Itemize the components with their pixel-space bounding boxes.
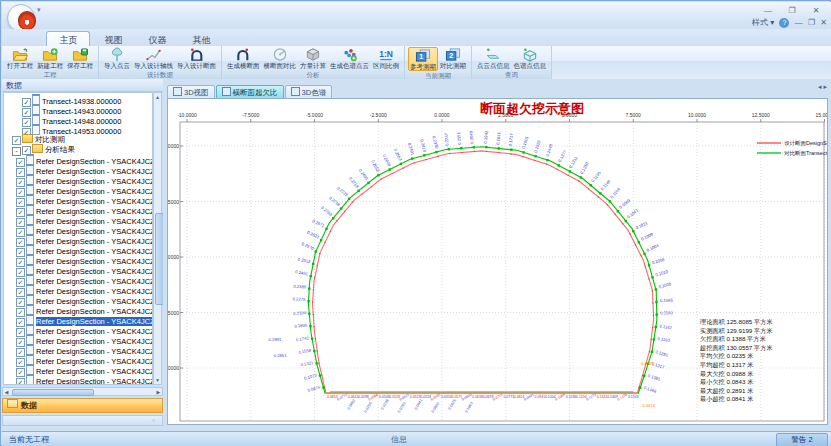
- ribbon-group-body: 1参考测期2对比测期: [405, 46, 471, 71]
- spectrum-info-icon: [521, 47, 539, 62]
- measured-point-marker: [648, 264, 650, 266]
- button-导入点云[interactable]: 导入点云: [102, 47, 132, 69]
- tree-item-refer-21[interactable]: ✓Refer DesignSection - YSACK4JCZDI: [16, 364, 153, 374]
- tree-item-transect-1[interactable]: ✓Transect-14943.000000: [22, 104, 121, 114]
- button-label: 导入设计轴线: [134, 62, 173, 69]
- tree-vertical-scrollbar[interactable]: ▲ ▼: [153, 92, 162, 385]
- tree-item-refer-22[interactable]: ✓Refer DesignSection - YSACK4JCZDI: [16, 374, 153, 384]
- stat-line: 超挖面积 130.0557 平方米: [700, 344, 773, 352]
- tree-item-refer-3[interactable]: ✓Refer DesignSection - YSACK4JCZDI: [16, 184, 153, 194]
- button-导入设计断面[interactable]: 导入设计断面: [175, 47, 218, 69]
- deviation-label: 0.1065: [660, 298, 674, 303]
- measured-point-marker: [473, 146, 475, 148]
- minimize-button[interactable]: —: [757, 4, 779, 17]
- tree-item-refer-1[interactable]: ✓Refer DesignSection - YSACK4JCZDI: [16, 164, 153, 174]
- tree-item-refer-8[interactable]: ✓Refer DesignSection - YSACK4JCZDI: [16, 234, 153, 244]
- y-tick-label: 5.0000: [168, 254, 179, 260]
- svg-text:1:N: 1:N: [379, 49, 393, 59]
- tree-item-compare-folder[interactable]: ✓对比测期: [12, 134, 65, 144]
- tree-item-refer-6[interactable]: ✓Refer DesignSection - YSACK4JCZDI: [16, 214, 153, 224]
- button-色谱点信息[interactable]: 色谱点信息: [512, 47, 549, 69]
- button-label: 打开工程: [7, 62, 33, 69]
- mini-close-button[interactable]: ✕: [820, 18, 827, 27]
- tree-item-transect-3[interactable]: ✓Transect-14953.000000: [22, 124, 121, 134]
- tree-item-refer-13[interactable]: ✓Refer DesignSection - YSACK4JCZDI: [16, 284, 153, 294]
- status-info-text[interactable]: 信息: [391, 434, 407, 445]
- stat-line: 平均欠挖 0.0235 米: [699, 352, 754, 360]
- sidebar-data-tab[interactable]: 数据: [2, 398, 163, 413]
- tab-window-icon: [173, 87, 182, 96]
- tree-item-refer-16[interactable]: ✓Refer DesignSection - YSACK4JCZDI: [16, 314, 153, 324]
- tree-item-refer-9[interactable]: ✓Refer DesignSection - YSACK4JCZDI: [16, 244, 153, 254]
- button-打开工程[interactable]: 打开工程: [5, 47, 35, 69]
- floor-deviation-label: 0.0638: [472, 395, 483, 399]
- button-点云点信息[interactable]: 点云点信息: [475, 47, 512, 69]
- measured-point-marker: [580, 176, 582, 178]
- button-导入设计轴线[interactable]: 导入设计轴线: [132, 47, 175, 69]
- measured-point-marker: [599, 192, 601, 194]
- button-保存工程[interactable]: 保存工程: [65, 47, 95, 69]
- import-section-icon: [188, 47, 206, 62]
- mini-minimize-button[interactable]: —: [795, 18, 803, 27]
- close-button[interactable]: ✕: [805, 4, 827, 17]
- maximize-button[interactable]: ❐: [781, 4, 803, 17]
- app-menu-orb[interactable]: [7, 4, 35, 32]
- button-label: 横断面对比: [264, 62, 297, 69]
- status-bar: 当前无工程 信息 警告 2: [2, 431, 831, 446]
- mini-restore-button[interactable]: ❐: [808, 18, 815, 27]
- measured-point-marker: [651, 351, 653, 353]
- button-方量计算[interactable]: 方量计算: [298, 47, 328, 69]
- tree-item-refer-0[interactable]: ✓Refer DesignSection - YSACK4JCZDI: [16, 154, 153, 164]
- tree-item-refer-10[interactable]: ✓Refer DesignSection - YSACK4JCZDI: [16, 254, 153, 264]
- title-bar: ▾ — ❐ ✕ 样式 ▾ ? — ❐ ✕: [2, 2, 831, 29]
- cross-section-chart[interactable]: -10.0000-7.5000-5.0000-2.50000.00002.500…: [167, 98, 828, 425]
- button-参考测期[interactable]: 1参考测期: [408, 47, 438, 71]
- tab-nav-arrows[interactable]: ◂ ▸: [818, 83, 827, 91]
- scroll-down-icon[interactable]: ▼: [154, 376, 161, 384]
- measured-point-marker: [655, 288, 657, 290]
- button-生成色谱点云[interactable]: 生成色谱点云: [328, 47, 371, 69]
- tree-item-refer-18[interactable]: ✓Refer DesignSection - YSACK4JCZDI: [16, 334, 153, 344]
- horizontal-scroll-thumb[interactable]: [12, 389, 94, 396]
- style-menu-button[interactable]: 样式 ▾: [752, 18, 774, 27]
- tree-item-refer-14[interactable]: ✓Refer DesignSection - YSACK4JCZDI: [16, 294, 153, 304]
- button-横断面对比[interactable]: 横断面对比: [262, 47, 299, 69]
- tree-item-refer-11[interactable]: ✓Refer DesignSection - YSACK4JCZDI: [16, 264, 153, 274]
- tree-item-refer-23[interactable]: ✓Refer DesignSection - YSACK4JCZDI: [16, 384, 153, 385]
- button-label: 导入点云: [104, 62, 130, 69]
- scroll-right-icon[interactable]: ▶: [155, 388, 162, 396]
- tree-item-transect-2[interactable]: ✓Transect-14948.000000: [22, 114, 121, 124]
- x-tick-label: -7.5000: [242, 112, 259, 118]
- tree-horizontal-scrollbar[interactable]: ◀ ▶: [2, 387, 163, 396]
- period-1-icon: 1: [414, 48, 432, 63]
- import-axis-icon: [145, 47, 163, 62]
- tree-item-refer-19[interactable]: ✓Refer DesignSection - YSACK4JCZDI: [16, 344, 153, 354]
- tree-item-refer-12[interactable]: ✓Refer DesignSection - YSACK4JCZDI: [16, 274, 153, 284]
- scroll-up-icon[interactable]: ▲: [154, 93, 161, 101]
- floor-deviation-label: 0.1341: [597, 395, 608, 399]
- section-compare-icon: [271, 47, 289, 62]
- tree-item-refer-2[interactable]: ✓Refer DesignSection - YSACK4JCZDI: [16, 174, 153, 184]
- x-tick-label: 7.5000: [626, 112, 642, 118]
- button-新建工程[interactable]: 新建工程: [35, 47, 65, 69]
- panel-splitter[interactable]: ⁘: [2, 415, 163, 426]
- tree-item-refer-15[interactable]: ✓Refer DesignSection - YSACK4JCZDI: [16, 304, 153, 314]
- button-对比测期[interactable]: 2对比测期: [438, 47, 468, 69]
- status-warning-badge[interactable]: 警告 2: [776, 433, 828, 446]
- tree-item-refer-7[interactable]: ✓Refer DesignSection - YSACK4JCZDI: [16, 224, 153, 234]
- deviation-label: 0.1038: [658, 281, 672, 289]
- tree-item-refer-5[interactable]: ✓Refer DesignSection - YSACK4JCZDI: [16, 204, 153, 214]
- scroll-left-icon[interactable]: ◀: [3, 388, 10, 396]
- button-生成横断面[interactable]: 生成横断面: [225, 47, 262, 69]
- tree-item-refer-20[interactable]: ✓Refer DesignSection - YSACK4JCZDI: [16, 354, 153, 364]
- tree-item-refer-4[interactable]: ✓Refer DesignSection - YSACK4JCZDI: [16, 194, 153, 204]
- measured-point-marker: [656, 313, 658, 315]
- quick-access-arrow-icon[interactable]: ▾: [37, 6, 41, 14]
- help-icon[interactable]: ?: [779, 18, 789, 28]
- y-tick-label: 10.0000: [168, 143, 179, 149]
- tree-item-refer-17[interactable]: ✓Refer DesignSection - YSACK4JCZDI: [16, 324, 153, 334]
- tree-item-transect-0[interactable]: ✓Transect-14938.000000: [22, 94, 121, 104]
- button-区间比例[interactable]: 1:N区间比例: [371, 47, 401, 69]
- tree-item-result-folder[interactable]: -✓分析结果: [12, 144, 75, 154]
- button-label: 对比测期: [440, 62, 466, 69]
